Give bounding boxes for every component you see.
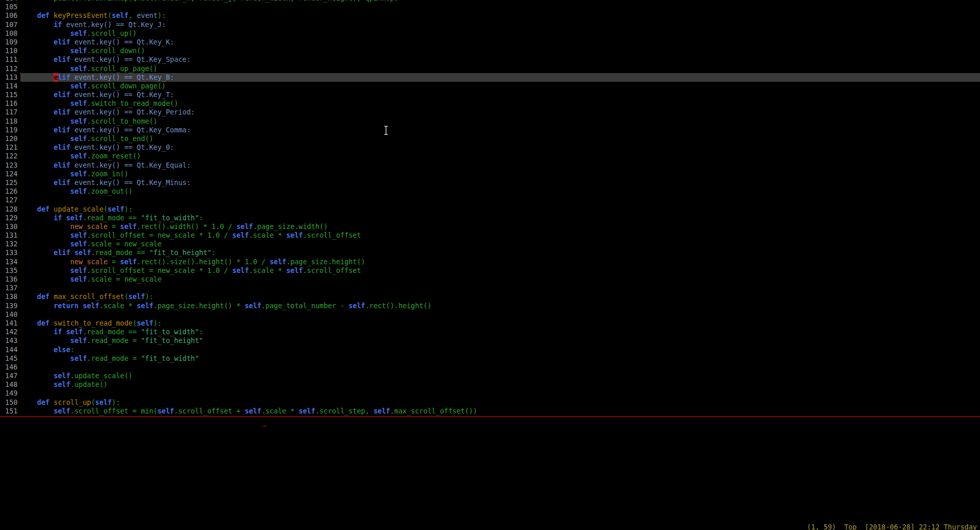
code-line[interactable]: 139 return self.scale * self.page_size.h… [0, 302, 980, 310]
code-line[interactable]: 129 if self.read_mode == "fit_to_width": [0, 214, 980, 222]
code-line[interactable]: 117 elif event.key() == Qt.Key_Period: [0, 108, 980, 117]
awesome-tray: (1, 59)Top[2018-06-28] 22:12 Thursday [807, 523, 977, 530]
code-line[interactable]: 131 self.scroll_offset = new_scale * 1.0… [0, 231, 980, 240]
line-number: 117 [0, 108, 20, 117]
code-text: self.scale = new_scale [20, 275, 980, 284]
line-number: 145 [0, 354, 20, 363]
code-line[interactable]: 114 self.scroll_down_page() [0, 82, 980, 90]
code-text: self.scroll_up_page() [20, 64, 980, 73]
line-number: 144 [0, 345, 20, 354]
code-text [20, 284, 980, 292]
code-text: new_scale = self.rect().width() * 1.0 / … [20, 222, 980, 231]
code-line[interactable]: 138 def max_scroll_offset(self): [0, 292, 980, 301]
minibuffer[interactable]: Open with EAF: ~/emacs-application-frame… [0, 417, 980, 426]
line-number: 139 [0, 302, 20, 310]
code-line[interactable]: 128 def update_scale(self): [0, 205, 980, 214]
line-number: 122 [0, 152, 20, 160]
code-text: self.read_mode = "fit_to_height" [20, 336, 980, 345]
code-line[interactable]: 115 elif event.key() == Qt.Key_T: [0, 90, 980, 99]
code-text [20, 389, 980, 398]
code-line[interactable]: 127 [0, 196, 980, 204]
emacs-frame: 104 painter.drawPixmap(QRect(render_x, r… [0, 0, 980, 530]
code-text [20, 3, 980, 11]
code-line[interactable]: 122 self.zoom_reset() [0, 152, 980, 160]
code-line[interactable]: 147 self.update_scale() [0, 372, 980, 380]
code-text: new_scale = self.rect().size().height() … [20, 258, 980, 266]
line-number: 114 [0, 82, 20, 90]
code-text: self.switch_to_read_mode() [20, 99, 980, 108]
code-line[interactable]: 116 self.switch_to_read_mode() [0, 99, 980, 108]
code-line[interactable]: 124 self.zoom_in() [0, 170, 980, 178]
code-line[interactable]: 107 if event.key() == Qt.Key_J: [0, 20, 980, 29]
code-line[interactable]: 125 elif event.key() == Qt.Key_Minus: [0, 178, 980, 187]
code-text: else: [20, 345, 980, 354]
code-line[interactable]: 136 self.scale = new_scale [0, 275, 980, 284]
line-number: 140 [0, 310, 20, 319]
code-line[interactable]: 126 self.zoom_out() [0, 187, 980, 196]
line-number: 118 [0, 117, 20, 126]
code-line[interactable]: 146 [0, 363, 980, 372]
line-number: 127 [0, 196, 20, 204]
code-line[interactable]: 135 self.scroll_offset = new_scale * 1.0… [0, 266, 980, 275]
code-line[interactable]: 109 elif event.key() == Qt.Key_K: [0, 38, 980, 47]
code-text: self.scroll_up() [20, 29, 980, 38]
code-text: elif event.key() == Qt.Key_B: [20, 73, 980, 82]
line-number: 151 [0, 407, 20, 416]
code-line[interactable]: 113 elif event.key() == Qt.Key_B: [0, 73, 980, 82]
line-number: 124 [0, 170, 20, 178]
code-text: self.scroll_offset = min(self.scroll_off… [20, 407, 980, 416]
code-text: self.zoom_out() [20, 187, 980, 196]
code-line[interactable]: 141 def switch_to_read_mode(self): [0, 319, 980, 328]
code-text: self.read_mode = "fit_to_width" [20, 354, 980, 363]
code-line[interactable]: 119 elif event.key() == Qt.Key_Comma: [0, 126, 980, 134]
line-number: 142 [0, 328, 20, 336]
code-line[interactable]: 106 def keyPressEvent(self, event): [0, 11, 980, 20]
code-line[interactable]: 108 self.scroll_up() [0, 29, 980, 38]
code-text [20, 196, 980, 204]
code-text: self.scroll_to_end() [20, 134, 980, 143]
line-number: 134 [0, 258, 20, 266]
code-line[interactable]: 105 [0, 3, 980, 11]
code-line[interactable]: 120 self.scroll_to_end() [0, 134, 980, 143]
line-number: 106 [0, 11, 20, 20]
code-text: self.scroll_offset = new_scale * 1.0 / s… [20, 231, 980, 240]
code-line[interactable]: 110 self.scroll_down() [0, 47, 980, 55]
code-text: if event.key() == Qt.Key_J: [20, 20, 980, 29]
line-number: 135 [0, 266, 20, 275]
code-line[interactable]: 111 elif event.key() == Qt.Key_Space: [0, 55, 980, 64]
line-number: 108 [0, 29, 20, 38]
line-number: 107 [0, 20, 20, 29]
line-number: 119 [0, 126, 20, 134]
code-area[interactable]: 104 painter.drawPixmap(QRect(render_x, r… [0, 0, 980, 416]
line-number: 110 [0, 47, 20, 55]
code-line[interactable]: 130 new_scale = self.rect().width() * 1.… [0, 222, 980, 231]
code-line[interactable]: 144 else: [0, 345, 980, 354]
line-number: 111 [0, 55, 20, 64]
code-text: self.zoom_reset() [20, 152, 980, 160]
code-line[interactable]: 143 self.read_mode = "fit_to_height" [0, 336, 980, 345]
code-line[interactable]: 121 elif event.key() == Qt.Key_0: [0, 143, 980, 152]
code-line[interactable]: 151 self.scroll_offset = min(self.scroll… [0, 407, 980, 416]
code-line[interactable]: 118 self.scroll_to_home() [0, 117, 980, 126]
code-text: elif self.read_mode == "fit_to_height": [20, 248, 980, 257]
code-line[interactable]: 133 elif self.read_mode == "fit_to_heigh… [0, 248, 980, 257]
line-number: 112 [0, 64, 20, 73]
code-line[interactable]: 140 [0, 310, 980, 319]
code-text: return self.scale * self.page_size.heigh… [20, 302, 980, 310]
line-number: 113 [0, 73, 20, 82]
code-line[interactable]: 137 [0, 284, 980, 292]
code-text [20, 363, 980, 372]
code-line[interactable]: 149 [0, 389, 980, 398]
code-line[interactable]: 148 self.update() [0, 380, 980, 389]
code-line[interactable]: 134 new_scale = self.rect().size().heigh… [0, 258, 980, 266]
code-line[interactable]: 112 self.scroll_up_page() [0, 64, 980, 73]
line-number: 130 [0, 222, 20, 231]
code-text: elif event.key() == Qt.Key_T: [20, 90, 980, 99]
code-line[interactable]: 145 self.read_mode = "fit_to_width" [0, 354, 980, 363]
code-line[interactable]: 150 def scroll_up(self): [0, 398, 980, 407]
line-number: 147 [0, 372, 20, 380]
code-line[interactable]: 142 if self.read_mode == "fit_to_width": [0, 328, 980, 336]
code-line[interactable]: 132 self.scale = new_scale [0, 240, 980, 248]
line-number: 120 [0, 134, 20, 143]
code-line[interactable]: 123 elif event.key() == Qt.Key_Equal: [0, 161, 980, 170]
